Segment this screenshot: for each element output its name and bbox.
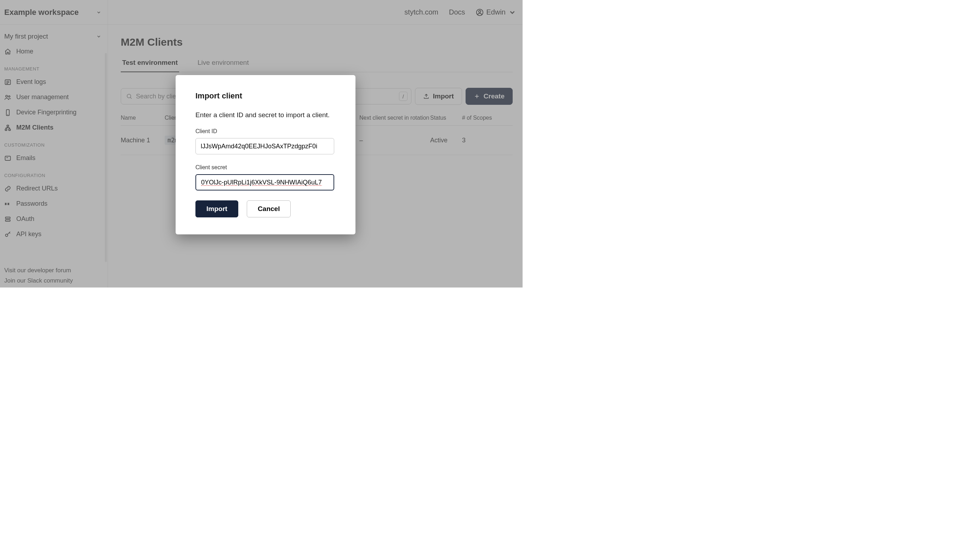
field-client-secret: Client secret	[196, 164, 336, 191]
modal-import-button[interactable]: Import	[196, 200, 238, 217]
modal-title: Import client	[196, 91, 336, 100]
modal-description: Enter a client ID and secret to import a…	[196, 111, 336, 119]
modal-actions: Import Cancel	[196, 200, 336, 217]
modal-cancel-button[interactable]: Cancel	[247, 200, 291, 217]
client-secret-input[interactable]	[196, 174, 334, 191]
client-id-label: Client ID	[196, 128, 336, 135]
client-secret-label: Client secret	[196, 164, 336, 171]
field-client-id: Client ID	[196, 128, 336, 154]
client-id-input[interactable]	[196, 138, 334, 154]
import-client-modal: Import client Enter a client ID and secr…	[176, 75, 355, 234]
